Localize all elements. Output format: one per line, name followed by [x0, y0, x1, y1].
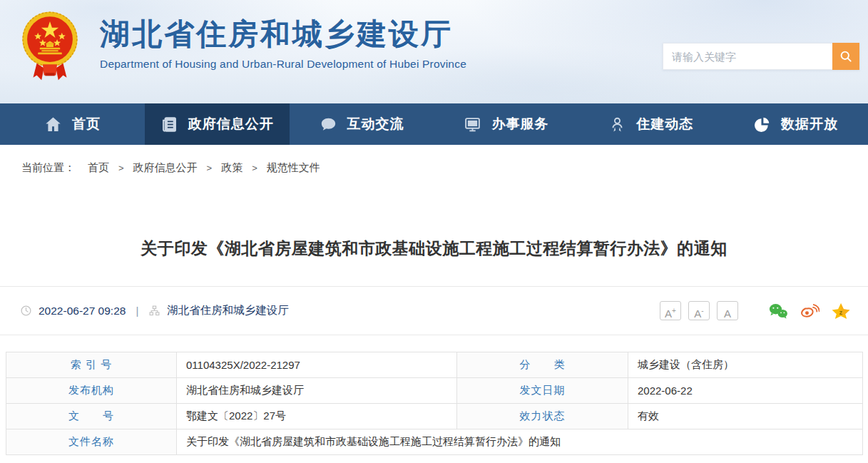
- document-icon: [160, 116, 178, 133]
- breadcrumb-prefix: 当前位置：: [21, 161, 75, 175]
- field-value-issue-date: 2022-06-22: [628, 378, 863, 404]
- nav-item-home[interactable]: 首页: [0, 103, 145, 145]
- meta-separator: |: [136, 305, 138, 317]
- national-emblem-logo: [20, 9, 80, 85]
- field-value-issuing-agency: 湖北省住房和城乡建设厅: [177, 378, 457, 404]
- weibo-icon[interactable]: [800, 301, 820, 321]
- article-meta-right: A+ A- A z: [653, 301, 851, 321]
- field-value-validity-status: 有效: [628, 404, 863, 429]
- breadcrumb-gov-info[interactable]: 政府信息公开: [133, 161, 198, 175]
- search-icon: [839, 49, 853, 63]
- field-label-index-number: 索 引 号: [6, 352, 177, 378]
- table-row: 发布机构 湖北省住房和城乡建设厅 发文日期 2022-06-22: [6, 378, 863, 404]
- publish-time: 2022-06-27 09:28: [39, 305, 126, 317]
- pie-chart-icon: [753, 116, 771, 133]
- field-value-category: 城乡建设（含住房）: [628, 352, 863, 378]
- source-org-icon: [148, 305, 160, 317]
- breadcrumb: 当前位置： 首页 > 政府信息公开 > 政策 > 规范性文件: [0, 145, 868, 190]
- nav-item-gov-info[interactable]: 政府信息公开: [145, 103, 290, 145]
- table-row: 索 引 号 01104325X/2022-21297 分 类 城乡建设（含住房）: [6, 352, 863, 378]
- main-nav: 首页 政府信息公开 互动交流 办事服务: [0, 103, 868, 145]
- search-button[interactable]: [832, 43, 859, 70]
- wechat-icon[interactable]: [768, 301, 788, 321]
- nav-item-open-data[interactable]: 数据开放: [723, 103, 868, 145]
- breadcrumb-separator: >: [118, 163, 124, 173]
- site-title: 湖北省住房和城乡建设厅: [100, 17, 466, 51]
- source-name: 湖北省住房和城乡建设厅: [167, 303, 289, 318]
- breadcrumb-policy[interactable]: 政策: [221, 161, 242, 175]
- brand-block: 湖北省住房和城乡建设厅 Department of Housing and Ur…: [100, 17, 466, 71]
- nav-item-label: 办事服务: [491, 115, 548, 133]
- field-label-document-name: 文件名称: [6, 429, 177, 455]
- breadcrumb-home[interactable]: 首页: [88, 161, 109, 175]
- nav-item-news[interactable]: 住建动态: [578, 103, 723, 145]
- clock-icon: [20, 305, 32, 317]
- breadcrumb-separator: >: [252, 163, 257, 173]
- qzone-icon[interactable]: z: [831, 301, 851, 321]
- field-label-category: 分 类: [457, 352, 628, 378]
- breadcrumb-separator: >: [207, 163, 213, 173]
- field-label-validity-status: 效力状态: [457, 404, 628, 429]
- search-input[interactable]: [663, 43, 832, 70]
- font-size-decrease-button[interactable]: A-: [688, 301, 710, 320]
- nav-item-label: 首页: [72, 115, 101, 133]
- font-size-reset-button[interactable]: A: [717, 301, 738, 320]
- breadcrumb-normative-docs[interactable]: 规范性文件: [267, 161, 320, 175]
- field-value-index-number: 01104325X/2022-21297: [177, 352, 457, 378]
- article-meta-bar: 2022-06-27 09:28 | 湖北省住房和城乡建设厅 A+ A- A: [0, 286, 868, 335]
- nav-item-label: 政府信息公开: [188, 115, 274, 133]
- article-meta-left: 2022-06-27 09:28 | 湖北省住房和城乡建设厅: [20, 303, 289, 318]
- nav-item-label: 住建动态: [636, 115, 693, 133]
- person-badge-icon: [608, 116, 626, 133]
- table-row: 文件名称 关于印发《湖北省房屋建筑和市政基础设施工程施工过程结算暂行办法》的通知: [6, 429, 863, 455]
- font-size-increase-button[interactable]: A+: [660, 301, 681, 320]
- field-value-doc-number: 鄂建文〔2022〕27号: [177, 404, 457, 429]
- chat-bubble-icon: [320, 116, 337, 133]
- site-header: 湖北省住房和城乡建设厅 Department of Housing and Ur…: [0, 0, 868, 103]
- document-info-table: 索 引 号 01104325X/2022-21297 分 类 城乡建设（含住房）…: [6, 352, 863, 455]
- nav-item-services[interactable]: 办事服务: [434, 103, 578, 145]
- field-label-issue-date: 发文日期: [457, 378, 628, 404]
- home-icon: [44, 116, 62, 133]
- article-title: 关于印发《湖北省房屋建筑和市政基础设施工程施工过程结算暂行办法》的通知: [0, 238, 868, 259]
- site-search: [663, 43, 859, 70]
- monitor-icon: [464, 116, 481, 133]
- nav-item-label: 数据开放: [781, 115, 838, 133]
- site-subtitle: Department of Housing and Urban-Rural De…: [100, 58, 466, 71]
- table-row: 文 号 鄂建文〔2022〕27号 效力状态 有效: [6, 404, 863, 429]
- nav-item-label: 互动交流: [347, 115, 404, 133]
- field-value-document-name: 关于印发《湖北省房屋建筑和市政基础设施工程施工过程结算暂行办法》的通知: [177, 429, 863, 455]
- field-label-doc-number: 文 号: [6, 404, 177, 429]
- nav-item-interaction[interactable]: 互动交流: [290, 103, 434, 145]
- svg-text:z: z: [839, 308, 842, 315]
- field-label-issuing-agency: 发布机构: [6, 378, 177, 404]
